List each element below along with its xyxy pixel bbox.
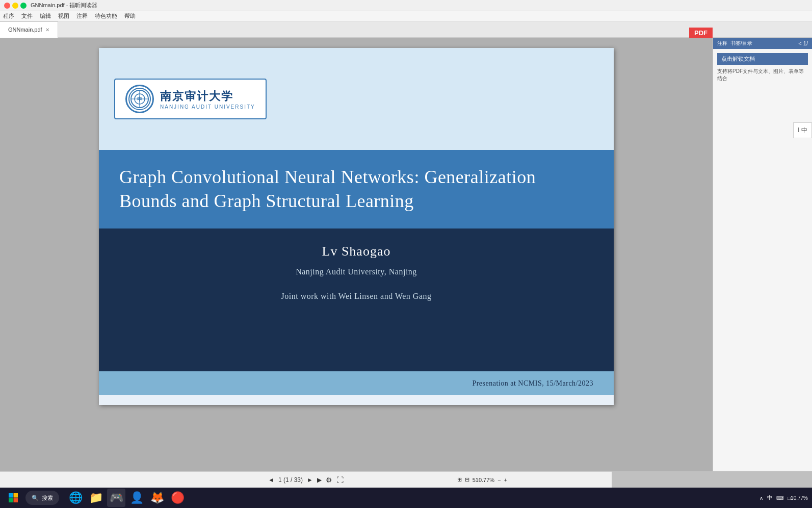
unlock-doc-button[interactable]: 点击解锁文档 [717, 53, 808, 65]
menu-view[interactable]: 视图 [58, 12, 69, 20]
right-sidebar: 注释 书签/目录 < 1/ 点击解锁文档 支持将PDF文件与文本、图片、表单等结… [713, 38, 812, 471]
taskbar-app-explorer[interactable]: 📁 [87, 489, 105, 507]
window-title: GNNmain.pdf - 福昕阅读器 [31, 2, 97, 9]
tab-close-button[interactable]: ✕ [45, 27, 49, 33]
search-label: 搜索 [42, 494, 53, 502]
logo-circle: 申 [125, 85, 154, 113]
author-affiliation: Nanjing Audit University, Nanjing [119, 267, 593, 276]
svg-rect-8 [14, 498, 18, 503]
settings-icon[interactable]: ⚙ [326, 476, 332, 484]
slide-author-section: Lv Shaogao Nanjing Audit University, Nan… [99, 228, 614, 371]
slide-footer: Presenation at NCMIS, 15/March/2023 [99, 371, 614, 395]
start-button[interactable] [4, 489, 22, 507]
taskbar-app-red[interactable]: 🔴 [168, 489, 187, 507]
search-icon: 🔍 [32, 495, 39, 501]
windows-logo [8, 493, 18, 503]
taskbar-app-edge[interactable]: 🌐 [66, 489, 85, 507]
window-controls[interactable] [4, 3, 27, 9]
menu-features[interactable]: 特色功能 [95, 12, 117, 20]
svg-text:申: 申 [137, 96, 142, 102]
menu-program[interactable]: 程序 [3, 12, 14, 20]
taskbar-apps: 🌐 📁 🎮 👤 🦊 🔴 [66, 489, 187, 507]
slide-bottom-strip [99, 395, 614, 405]
fit-page-icon[interactable]: ⊟ [465, 476, 469, 483]
zoom-out-button[interactable]: − [497, 477, 501, 483]
logo-inner: 申 [128, 88, 151, 110]
svg-rect-6 [14, 493, 18, 498]
logo-svg: 申 [130, 89, 149, 109]
taskbar-app-user[interactable]: 👤 [127, 489, 146, 507]
main-area: 申 南京审计大学 NANJING AUDIT UNIVERSITY Graph … [0, 38, 812, 471]
tray-expand[interactable]: ∧ [759, 495, 763, 501]
slide-title-line2: Bounds and Graph Structural Learning [119, 189, 593, 213]
slide-title: Graph Convolutional Neural Networks: Gen… [119, 165, 593, 213]
sidebar-page-info: < 1/ [798, 40, 808, 46]
fullscreen-icon[interactable]: ⛶ [336, 476, 344, 484]
slide-header: 申 南京审计大学 NANJING AUDIT UNIVERSITY [99, 48, 614, 150]
taskbar-search[interactable]: 🔍 搜索 [25, 491, 59, 505]
next-page-button[interactable]: ► [307, 476, 313, 484]
pdf-toolbar-right: ⊞ ⊟ 510.77% − + [457, 476, 507, 483]
pdf-tab[interactable]: GNNmain.pdf ✕ [0, 21, 58, 38]
title-bar: GNNmain.pdf - 福昕阅读器 [0, 0, 812, 11]
university-name-cn: 南京审计大学 [160, 89, 255, 104]
menu-edit[interactable]: 编辑 [40, 12, 51, 20]
menu-help[interactable]: 帮助 [124, 12, 136, 20]
slide-title-line1: Graph Convolutional Neural Networks: Gen… [119, 165, 593, 189]
taskbar-app-fox[interactable]: 🦊 [148, 489, 166, 507]
slide-title-section: Graph Convolutional Neural Networks: Gen… [99, 150, 614, 228]
play-button[interactable]: ▶ [317, 476, 322, 484]
translate-button[interactable]: I 中 [793, 122, 812, 138]
menu-comments[interactable]: 注释 [76, 12, 88, 20]
university-name-en: NANJING AUDIT UNIVERSITY [160, 104, 255, 110]
zoom-in-button[interactable]: + [504, 477, 507, 483]
slide-footer-text: Presenation at NCMIS, 15/March/2023 [472, 379, 593, 387]
tray-lang[interactable]: 中 [767, 494, 772, 501]
minimize-button[interactable] [12, 3, 18, 9]
sidebar-header: 注释 书签/目录 < 1/ [713, 38, 812, 49]
taskbar: 🔍 搜索 🌐 📁 🎮 👤 🦊 🔴 ∧ 中 ⌨ □10.77% [0, 488, 812, 508]
menu-bar: 程序 文件 编辑 视图 注释 特色功能 帮助 [0, 11, 812, 21]
zoom-mode-icon[interactable]: ⊞ [457, 476, 462, 483]
pdf-slide: 申 南京审计大学 NANJING AUDIT UNIVERSITY Graph … [99, 48, 614, 405]
svg-rect-7 [9, 498, 13, 503]
author-name: Lv Shaogao [119, 244, 593, 259]
taskbar-app-game[interactable]: 🎮 [107, 489, 125, 507]
tab-label: GNNmain.pdf [8, 27, 42, 33]
menu-file[interactable]: 文件 [21, 12, 33, 20]
zoom-display: 510.77% [473, 477, 494, 483]
pdf-format-button[interactable]: PDF [689, 28, 713, 38]
pdf-viewer: 申 南京审计大学 NANJING AUDIT UNIVERSITY Graph … [0, 38, 713, 471]
taskbar-right: ∧ 中 ⌨ □10.77% [759, 494, 808, 501]
sidebar-tab-comments[interactable]: 注释 [717, 40, 727, 47]
author-collab: Joint work with Wei Linsen and Wen Gang [119, 292, 593, 301]
tray-keyboard[interactable]: ⌨ [776, 495, 783, 501]
sidebar-desc: 支持将PDF文件与文本、图片、表单等结合 [717, 68, 808, 82]
pdf-toolbar: ◄ 1 (1 / 33) ► ▶ ⚙ ⛶ ⊞ ⊟ 510.77% − + [0, 471, 612, 488]
sidebar-tab-bookmarks[interactable]: 书签/目录 [730, 40, 752, 47]
logo-text: 南京审计大学 NANJING AUDIT UNIVERSITY [160, 89, 255, 110]
university-logo: 申 南京审计大学 NANJING AUDIT UNIVERSITY [114, 79, 267, 119]
maximize-button[interactable] [20, 3, 27, 9]
close-button[interactable] [4, 3, 10, 9]
svg-rect-5 [9, 493, 13, 498]
sidebar-content: 点击解锁文档 支持将PDF文件与文本、图片、表单等结合 [713, 49, 812, 471]
prev-page-button[interactable]: ◄ [268, 476, 274, 484]
page-display: 1 (1 / 33) [278, 476, 303, 484]
battery-status: □10.77% [788, 495, 808, 501]
sidebar-nav: 注释 书签/目录 [717, 40, 752, 47]
